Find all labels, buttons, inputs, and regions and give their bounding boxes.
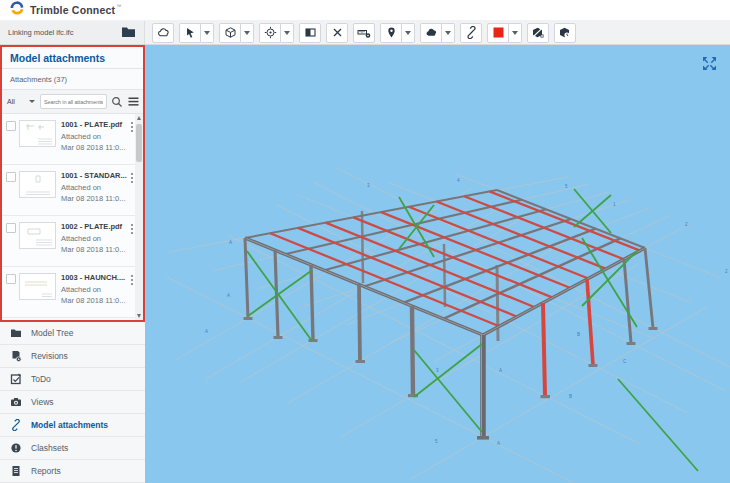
measure-settings-button[interactable] xyxy=(353,23,375,43)
view-cube-group xyxy=(219,23,254,43)
sidebar-item-model-tree[interactable]: Model Tree xyxy=(0,322,145,345)
attachment-name: 1001 - PLATE.pdf xyxy=(61,120,126,129)
chevron-down-icon xyxy=(405,31,411,35)
attachment-thumbnail xyxy=(19,273,56,300)
attachment-meta: 1003 - HAUNCH.... Attached on Mar 08 201… xyxy=(61,273,126,307)
brand-bar: Trimble Connect ™ xyxy=(0,0,730,21)
chevron-down-icon xyxy=(29,100,35,103)
clear-clip-button[interactable] xyxy=(326,23,348,43)
svg-text:5: 5 xyxy=(565,184,568,189)
sidebar-item-views[interactable]: Views xyxy=(0,391,145,414)
focus-target-button[interactable] xyxy=(259,23,281,43)
link-attachment-button[interactable] xyxy=(460,23,482,43)
attachment-checkbox[interactable] xyxy=(6,121,16,131)
chevron-down-icon xyxy=(445,31,451,35)
todo-icon xyxy=(10,373,22,385)
kebab-icon xyxy=(130,172,134,184)
box-modify-button[interactable] xyxy=(527,23,549,43)
attachment-date: Mar 08 2018 11:0... xyxy=(61,194,127,205)
brand-name: Trimble Connect xyxy=(30,4,115,16)
attachment-row[interactable]: 1001 - STANDAR... Attached on Mar 08 201… xyxy=(2,165,143,216)
scroll-up-arrow-icon[interactable] xyxy=(137,116,141,120)
sidebar-nav: Model Tree Revisions ToDo xyxy=(0,322,145,483)
markup-button[interactable] xyxy=(420,23,442,43)
attachment-name: 1002 - PLATE.pdf xyxy=(61,222,126,231)
select-tool-button[interactable] xyxy=(179,23,201,43)
clip-plane-button[interactable] xyxy=(299,23,321,43)
attachment-menu-button[interactable] xyxy=(130,274,134,289)
chevron-down-icon xyxy=(244,31,250,35)
sidebar-item-clashsets[interactable]: Clashsets xyxy=(0,437,145,460)
svg-text:A: A xyxy=(227,293,230,298)
sidebar-item-label: Clashsets xyxy=(31,443,68,453)
attachment-row[interactable]: 1001 - PLATE.pdf Attached on Mar 08 2018… xyxy=(2,114,143,165)
kebab-icon xyxy=(130,223,134,235)
color-swatch-group xyxy=(487,23,522,43)
hamburger-icon xyxy=(128,96,139,107)
attachment-date: Mar 08 2018 11:0... xyxy=(61,143,126,154)
attachment-attached-label: Attached on xyxy=(61,183,127,194)
select-tool-dropdown[interactable] xyxy=(201,23,214,43)
chevron-down-icon xyxy=(204,31,210,35)
attachment-meta: 1001 - PLATE.pdf Attached on Mar 08 2018… xyxy=(61,120,126,154)
list-menu-button[interactable] xyxy=(127,96,140,107)
focus-target-dropdown[interactable] xyxy=(281,23,294,43)
chevron-down-icon xyxy=(284,31,290,35)
viewer-toolbar xyxy=(145,21,730,45)
color-red-swatch-button[interactable] xyxy=(487,23,509,43)
markup-dropdown[interactable] xyxy=(442,23,455,43)
attachment-checkbox[interactable] xyxy=(6,274,16,284)
list-scrollbar[interactable] xyxy=(135,114,143,320)
main-content: Model attachments Attachments (37) All xyxy=(0,45,730,483)
box-history-button[interactable] xyxy=(554,23,576,43)
sidebar-item-label: Views xyxy=(31,397,54,407)
folder-icon[interactable] xyxy=(121,24,136,42)
svg-text:5: 5 xyxy=(435,439,438,444)
search-button[interactable] xyxy=(110,96,124,108)
pin-marker-dropdown[interactable] xyxy=(402,23,415,43)
fullscreen-button[interactable] xyxy=(702,56,717,71)
sidebar-item-todo[interactable]: ToDo xyxy=(0,368,145,391)
search-input[interactable] xyxy=(40,94,107,109)
view-cube-dropdown[interactable] xyxy=(241,23,254,43)
expand-arrows-icon xyxy=(702,56,717,71)
model-name: Linking model ifc.ifc xyxy=(8,28,121,37)
kebab-icon xyxy=(130,121,134,133)
svg-text:A: A xyxy=(499,368,502,373)
color-swatch-dropdown[interactable] xyxy=(509,23,522,43)
attachment-menu-button[interactable] xyxy=(130,172,134,187)
sidebar-item-label: Revisions xyxy=(31,351,68,361)
svg-text:4: 4 xyxy=(457,178,460,183)
ground-grid-lines xyxy=(166,167,730,483)
sidebar-item-reports[interactable]: Reports xyxy=(0,460,145,483)
attachment-row[interactable]: 1003 - HAUNCH.... Attached on Mar 08 201… xyxy=(2,267,143,318)
structure-3d-render: A A A 3 4 5 1 2 2 B C B 3 A 5 A xyxy=(145,45,730,483)
model-attachments-panel: Model attachments Attachments (37) All xyxy=(0,45,145,322)
view-cube-button[interactable] xyxy=(219,23,241,43)
attachment-checkbox[interactable] xyxy=(6,172,16,182)
scrollbar-thumb[interactable] xyxy=(136,124,142,162)
scroll-down-arrow-icon[interactable] xyxy=(137,314,141,318)
sidebar-item-revisions[interactable]: Revisions xyxy=(0,345,145,368)
attachment-menu-button[interactable] xyxy=(130,223,134,238)
svg-text:3: 3 xyxy=(367,183,370,188)
attachment-menu-button[interactable] xyxy=(130,121,134,136)
search-icon xyxy=(111,96,123,108)
attachments-filter-dropdown[interactable]: All xyxy=(5,96,37,107)
model-selector[interactable]: Linking model ifc.ifc xyxy=(0,21,145,45)
sidebar-item-label: Reports xyxy=(31,466,61,476)
markup-cloud-button[interactable] xyxy=(152,23,174,43)
sidebar-item-model-attachments[interactable]: Model attachments xyxy=(0,414,145,437)
focus-target-group xyxy=(259,23,294,43)
svg-text:3: 3 xyxy=(436,368,439,373)
revisions-icon xyxy=(10,350,22,362)
attachments-filter-row: All xyxy=(2,90,143,114)
kebab-icon xyxy=(130,274,134,286)
attachment-row[interactable]: 1002 - PLATE.pdf Attached on Mar 08 2018… xyxy=(2,216,143,267)
pin-marker-button[interactable] xyxy=(380,23,402,43)
3d-viewport[interactable]: A A A 3 4 5 1 2 2 B C B 3 A 5 A xyxy=(145,45,730,483)
toolbar-row: Linking model ifc.ifc xyxy=(0,21,730,45)
svg-text:2: 2 xyxy=(685,222,688,227)
attachment-checkbox[interactable] xyxy=(6,223,16,233)
attachment-name: 1001 - STANDAR... xyxy=(61,171,127,180)
